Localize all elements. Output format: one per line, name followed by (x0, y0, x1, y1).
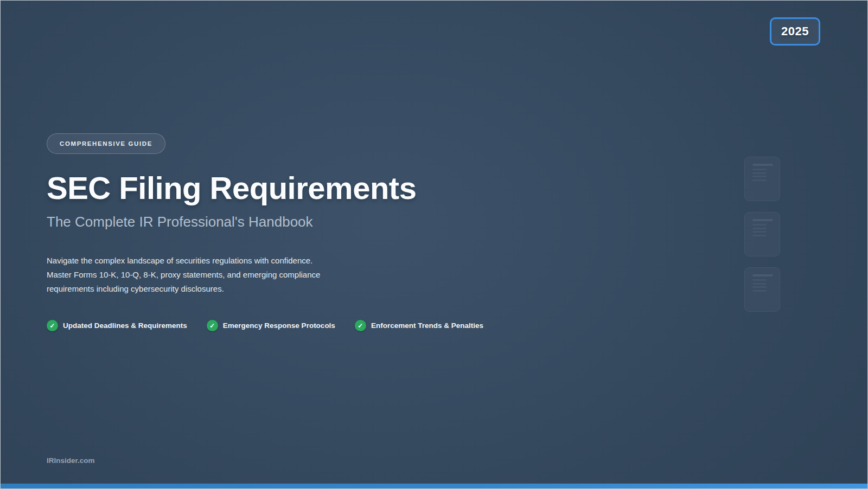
bottom-accent-bar (1, 484, 867, 488)
feature-item-deadlines: ✓ Updated Deadlines & Requirements (47, 320, 187, 331)
kicker-badge: COMPREHENSIVE GUIDE (47, 133, 165, 154)
check-icon: ✓ (207, 320, 218, 331)
feature-item-emergency: ✓ Emergency Response Protocols (207, 320, 335, 331)
feature-label: Updated Deadlines & Requirements (63, 321, 187, 330)
document-icon (744, 157, 780, 201)
document-icon (744, 212, 780, 256)
feature-list: ✓ Updated Deadlines & Requirements ✓ Eme… (47, 320, 481, 331)
check-icon: ✓ (355, 320, 366, 331)
check-icon: ✓ (47, 320, 58, 331)
kicker-badge-label: COMPREHENSIVE GUIDE (60, 140, 152, 147)
guide-cover-slide: 2025 COMPREHENSIVE GUIDE SEC Filing Requ… (0, 0, 868, 489)
document-icon (744, 267, 780, 312)
feature-label: Enforcement Trends & Penalties (371, 321, 483, 330)
feature-label: Emergency Response Protocols (223, 321, 335, 330)
footer-brand: IRInsider.com (47, 456, 95, 465)
feature-item-enforcement: ✓ Enforcement Trends & Penalties (355, 320, 483, 331)
year-badge: 2025 (770, 17, 820, 46)
document-thumbnails-decor (744, 157, 780, 312)
page-subtitle: The Complete IR Professional's Handbook (47, 214, 481, 230)
page-title: SEC Filing Requirements (47, 169, 481, 207)
cover-content: COMPREHENSIVE GUIDE SEC Filing Requireme… (47, 133, 481, 331)
description-text: Navigate the complex landscape of securi… (47, 254, 326, 296)
